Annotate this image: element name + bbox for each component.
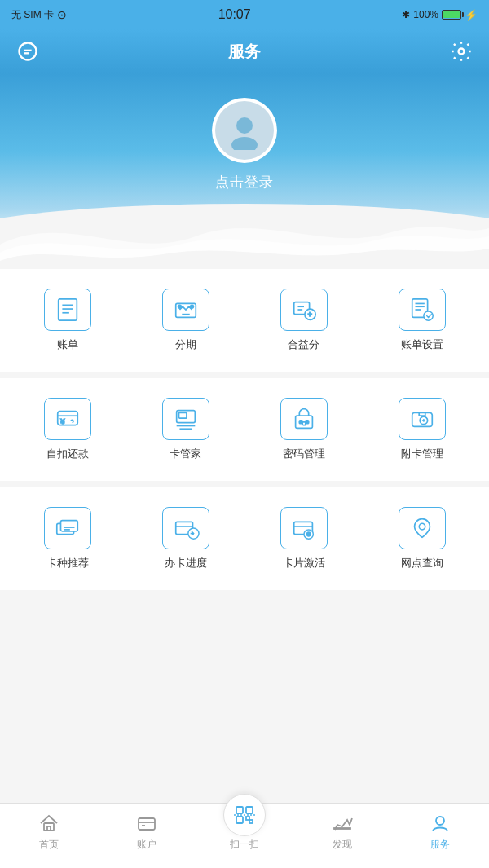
bill-label: 账单 xyxy=(57,337,78,352)
card-activate-icon-box xyxy=(280,507,328,549)
svg-point-4 xyxy=(236,117,253,134)
status-bar: 无 SIM 卡 ⊙ 10:07 ✱ 100% ⚡ xyxy=(0,0,489,29)
svg-point-64 xyxy=(436,817,444,825)
card-recommend-label: 卡种推荐 xyxy=(46,556,89,571)
battery-percent: 100% xyxy=(413,9,438,20)
password-icon-box xyxy=(280,398,328,440)
bottom-nav: 首页 账户 扫一扫 发现 xyxy=(0,803,489,868)
status-right: ✱ 100% ⚡ xyxy=(402,9,478,21)
svg-rect-28 xyxy=(178,412,186,418)
card-recommend-icon-box xyxy=(44,507,91,549)
nav-item-home[interactable]: 首页 xyxy=(8,812,90,852)
scan-circle xyxy=(223,794,266,836)
addon-card-label: 附卡管理 xyxy=(401,447,443,461)
grid-item-card-activate[interactable]: 卡片激活 xyxy=(255,507,353,571)
svg-point-3 xyxy=(459,49,465,55)
auto-repay-label: 自扣还款 xyxy=(46,447,89,461)
nav-account-label: 账户 xyxy=(137,838,156,852)
grid-item-bill-settings[interactable]: 账单设置 xyxy=(373,289,471,352)
addon-card-icon-box xyxy=(399,398,446,440)
card-manager-icon-box xyxy=(162,398,209,440)
bill-settings-icon-box xyxy=(399,289,446,331)
svg-point-51 xyxy=(419,523,425,530)
nav-item-service[interactable]: 服务 xyxy=(399,812,481,852)
svg-rect-54 xyxy=(139,818,155,830)
battery-icon xyxy=(442,10,461,20)
grid-item-installment[interactable]: 分期 xyxy=(137,289,235,352)
svg-rect-53 xyxy=(47,826,51,831)
svg-rect-61 xyxy=(249,820,253,823)
status-left: 无 SIM 卡 ⊙ xyxy=(11,8,67,22)
svg-rect-34 xyxy=(302,422,306,425)
nav-item-scan[interactable]: 扫一扫 xyxy=(204,812,285,852)
grid-item-auto-repay[interactable]: ¥ 自扣还款 xyxy=(19,398,117,461)
card-progress-icon-box xyxy=(162,507,209,549)
points-icon-box: + xyxy=(280,289,328,331)
svg-point-5 xyxy=(231,137,258,150)
nav-scan-label: 扫一扫 xyxy=(230,838,259,852)
nav-discover-label: 发现 xyxy=(333,838,352,852)
installment-icon-box xyxy=(162,289,209,331)
auto-repay-icon-box: ¥ xyxy=(44,398,91,440)
grid-row-1: 账单 分期 + xyxy=(0,277,489,364)
svg-text:+: + xyxy=(307,311,311,319)
message-button[interactable] xyxy=(16,40,39,63)
nav-item-account[interactable]: 账户 xyxy=(106,812,187,852)
branch-query-label: 网点查询 xyxy=(401,556,443,571)
grid-item-card-progress[interactable]: 办卡进度 xyxy=(137,507,235,571)
grid-section-3: 卡种推荐 办卡进度 xyxy=(0,487,489,590)
svg-point-12 xyxy=(190,305,193,308)
installment-label: 分期 xyxy=(175,337,196,352)
grid-row-3: 卡种推荐 办卡进度 xyxy=(0,496,489,582)
svg-point-23 xyxy=(423,311,432,320)
svg-point-50 xyxy=(306,532,311,536)
card-manager-label: 卡管家 xyxy=(170,447,201,461)
charging-icon: ⚡ xyxy=(465,9,478,21)
avatar[interactable] xyxy=(212,98,277,163)
points-label: 合益分 xyxy=(288,337,319,352)
grid-section-2: ¥ 自扣还款 卡管家 xyxy=(0,378,489,481)
grid-item-card-recommend[interactable]: 卡种推荐 xyxy=(19,507,117,571)
grid-item-bill[interactable]: 账单 xyxy=(19,289,117,352)
svg-rect-58 xyxy=(246,807,253,813)
grid-row-2: ¥ 自扣还款 卡管家 xyxy=(0,386,489,473)
bill-icon-box xyxy=(44,289,91,331)
grid-item-points[interactable]: + 合益分 xyxy=(255,289,353,352)
nav-service-label: 服务 xyxy=(430,838,450,852)
bluetooth-icon: ✱ xyxy=(402,9,410,20)
svg-point-11 xyxy=(178,305,181,308)
bill-settings-label: 账单设置 xyxy=(401,337,443,352)
card-progress-label: 办卡进度 xyxy=(165,556,207,571)
nav-item-discover[interactable]: 发现 xyxy=(302,812,383,852)
grid-section-1: 账单 分期 + xyxy=(0,269,489,372)
sim-status: 无 SIM 卡 xyxy=(11,8,54,22)
password-label: 密码管理 xyxy=(283,447,325,461)
wave-decoration xyxy=(0,196,489,269)
grid-item-branch-query[interactable]: 网点查询 xyxy=(373,507,471,571)
wifi-icon: ⊙ xyxy=(57,8,67,21)
card-activate-label: 卡片激活 xyxy=(283,556,325,571)
grid-item-addon-card[interactable]: 附卡管理 xyxy=(373,398,471,461)
page-title: 服务 xyxy=(228,41,261,63)
svg-rect-63 xyxy=(334,828,350,829)
hero-section: 点击登录 xyxy=(0,73,489,269)
svg-rect-59 xyxy=(236,817,243,823)
svg-rect-57 xyxy=(236,807,243,813)
header: 服务 xyxy=(0,29,489,73)
svg-text:¥: ¥ xyxy=(59,417,64,425)
grid-item-password[interactable]: 密码管理 xyxy=(255,398,353,461)
login-text[interactable]: 点击登录 xyxy=(215,173,274,192)
nav-home-label: 首页 xyxy=(39,838,59,852)
branch-query-icon-box xyxy=(399,507,446,549)
svg-rect-6 xyxy=(58,299,77,320)
status-time: 10:07 xyxy=(218,7,251,22)
settings-button[interactable] xyxy=(450,40,473,63)
grid-item-card-manager[interactable]: 卡管家 xyxy=(137,398,235,461)
